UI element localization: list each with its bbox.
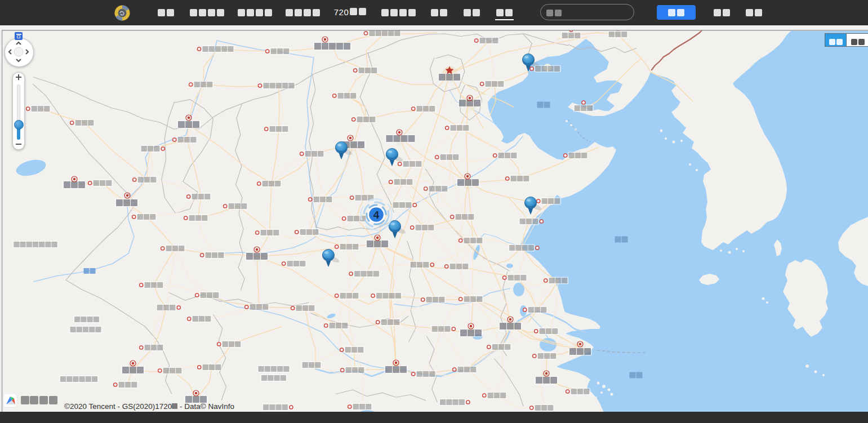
svg-text:4: 4: [373, 209, 380, 221]
